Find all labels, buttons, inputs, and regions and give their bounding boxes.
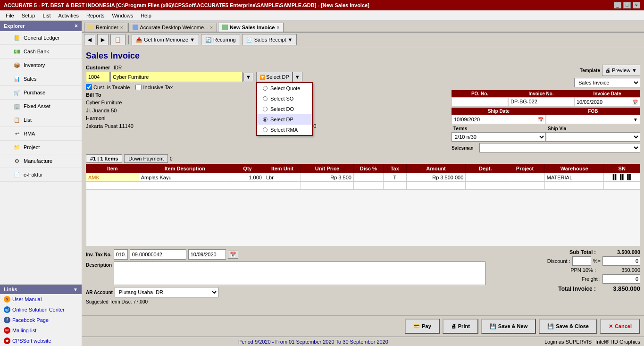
sidebar-item-fixed-asset[interactable]: 🏢 Fixed Asset [0,100,82,113]
ship-date-value[interactable]: 10/09/2020 📅 [452,115,546,124]
cell-disc[interactable] [353,173,383,182]
dropdown-select-so[interactable]: Select SO [257,93,312,104]
menu-file[interactable]: File [2,12,18,19]
close-btn[interactable]: × [633,2,640,8]
preview-button[interactable]: 🖨 Preview ▼ [602,65,640,76]
ship-date-calendar-icon[interactable]: 📅 [538,117,544,122]
grid-tab-items[interactable]: #1 | 1 Items [86,154,122,163]
forward-button[interactable]: ► [97,34,109,45]
dropdown-select-dp[interactable]: Select DP [257,114,312,125]
sidebar-item-purchase[interactable]: 🛒 Purchase [0,86,82,100]
cust-taxable-checkbox-label[interactable]: Cust. is Taxable [86,84,130,90]
discount-pct-input[interactable] [572,256,591,266]
select-dp-arrow-button[interactable]: ▼ [293,72,302,82]
tab-sales-invoice-close[interactable]: × [276,25,279,30]
tab-desktop-close[interactable]: × [210,25,213,30]
freight-input[interactable] [602,274,640,284]
customer-dropdown-icon[interactable]: ▼ [243,73,253,81]
inv-tax-date-calendar-btn[interactable]: 📅 [228,251,238,259]
get-from-memorize-button[interactable]: 📥 Get from Memorize ▼ [132,34,199,45]
sidebar-label-efaktur: e-Faktur [24,172,43,177]
dropdown-select-quote[interactable]: Select Quote [257,83,312,93]
maximize-btn[interactable]: □ [623,2,631,8]
sidebar-item-rma[interactable]: ↩ RMA [0,127,82,141]
tab-sales-invoice[interactable]: New Sales Invoice × [218,23,284,32]
tab-reminder-close[interactable]: × [120,25,123,30]
invoice-date-value[interactable]: 10/09/2020 📅 [574,97,640,107]
dropdown-select-rma[interactable]: Select RMA [257,125,312,135]
menu-windows[interactable]: Windows [109,12,137,19]
menu-setup[interactable]: Setup [18,12,39,19]
form-top-row: Customer IDR ▼ 🔽 Select DP [86,65,640,152]
select-dp-button[interactable]: 🔽 Select DP [256,72,293,82]
description-input[interactable] [114,262,485,285]
link-user-manual[interactable]: ? User Manual [0,294,82,304]
cell-unit-price[interactable]: Rp 3.500 [301,173,354,182]
menu-help[interactable]: Help [137,12,155,19]
empty-cell[interactable] [86,182,139,190]
customer-name-input[interactable] [110,72,243,82]
select-dp-label: Select DP [266,74,289,80]
discount-value-input[interactable] [602,256,640,266]
cust-taxable-checkbox[interactable] [86,84,92,90]
invoice-date-calendar-icon[interactable]: 📅 [632,100,638,105]
sidebar-item-inventory[interactable]: 📦 Inventory [0,59,82,72]
menu-reports[interactable]: Reports [83,12,109,19]
sidebar-item-project[interactable]: 📁 Project [0,141,82,154]
cell-description[interactable]: Amplas Kayu [139,173,231,182]
title-bar: ACCURATE 5 - PT. BEST & BEST INDONESIA [… [0,0,644,10]
cell-amount[interactable]: Rp 3.500.000 [406,173,466,182]
template-select[interactable]: Sales Invoice [574,78,640,87]
cell-unit[interactable]: Lbr [264,173,301,182]
efaktur-icon: 📄 [13,171,21,178]
inv-tax-prefix[interactable] [114,249,128,260]
inclusive-tax-checkbox[interactable] [135,84,142,90]
tab-desktop[interactable]: Accurate Desktop Welcome... × [128,23,217,32]
grid-tab-dp[interactable]: Down Payment [124,154,168,163]
link-mailing[interactable]: ✉ Mailing list [0,325,82,336]
tab-reminder[interactable]: Reminder × [84,23,127,32]
inclusive-tax-checkbox-label[interactable]: Inclusive Tax [135,84,173,90]
cell-item[interactable]: AMK [86,173,139,182]
sidebar-item-efaktur[interactable]: 📄 e-Faktur [0,168,82,182]
inv-tax-number[interactable] [130,249,186,260]
back-button[interactable]: ◄ [84,34,95,45]
link-facebook[interactable]: f Facebook Page [0,315,82,325]
sales-receipt-button[interactable]: 🧾 Sales Receipt ▼ [242,34,297,45]
menu-list[interactable]: List [39,12,54,19]
salesman-select[interactable] [479,143,640,152]
fob-value[interactable]: ▼ [546,115,640,124]
cell-warehouse[interactable]: MATERIAL [544,173,604,182]
links-header[interactable]: Links ▼ [0,285,82,294]
sidebar-item-general-ledger[interactable]: 📒 General Ledger [0,31,82,45]
cancel-button[interactable]: ✕ Cancel [600,319,640,334]
sidebar-item-sales[interactable]: 📊 Sales [0,72,82,86]
cell-dept[interactable] [466,173,505,182]
cell-tax[interactable]: T [383,173,406,182]
pay-button[interactable]: 💳 Pay [405,319,440,334]
sidebar-item-list[interactable]: 📋 List [0,113,82,127]
menu-activities[interactable]: Activities [55,12,83,19]
minimize-btn[interactable]: _ [614,2,621,8]
save-new-button[interactable]: 💾 Save & New [481,319,536,334]
ar-account-select[interactable]: Piutang Usaha IDR [115,287,218,297]
save-close-button[interactable]: 💾 Save & Close [539,319,597,334]
dropdown-select-do[interactable]: Select DO [257,104,312,114]
sidebar-item-manufacture[interactable]: ⚙ Manufacture [0,154,82,168]
cell-qty[interactable]: 1.000 [231,173,264,182]
sidebar-header[interactable]: Explorer × [0,21,82,31]
print-button[interactable]: 🖨 Print [443,319,478,334]
inv-tax-date[interactable] [188,249,226,260]
invoice-no-value[interactable]: DP-BG-022 [508,97,574,107]
cell-project[interactable] [505,173,545,182]
link-cpssoft[interactable]: ★ CPSSoft website [0,336,82,346]
customer-id-input[interactable] [86,72,109,82]
link-online-solution[interactable]: @ Online Solution Center [0,304,82,315]
sidebar-close-icon[interactable]: × [75,23,78,29]
links-collapse-icon[interactable]: ▼ [73,287,78,292]
terms-select[interactable]: 2/10 n/30 [452,132,546,142]
recurring-button[interactable]: 🔄 Recurring [201,34,240,45]
copy-button[interactable]: 📋 [110,34,125,45]
sidebar-item-cash-bank[interactable]: 💵 Cash Bank [0,45,82,59]
ship-via-select[interactable] [546,132,640,142]
